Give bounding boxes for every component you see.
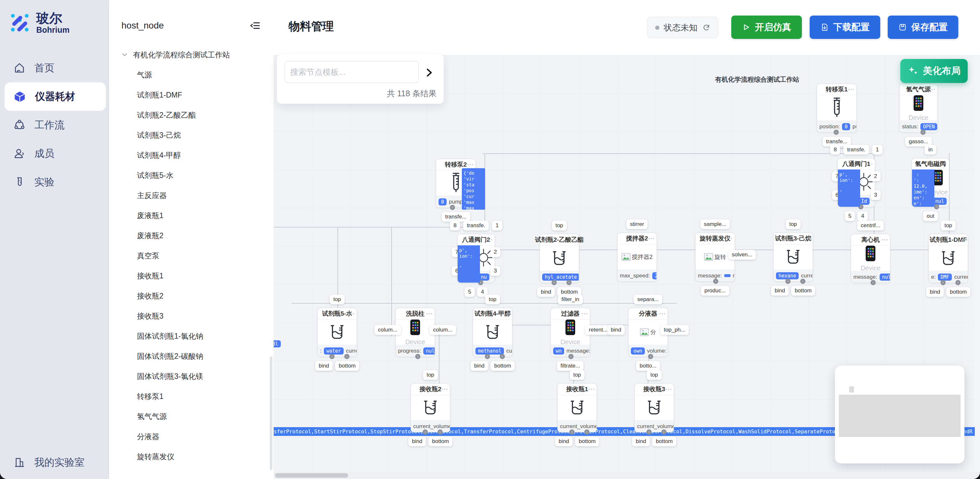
sidebar-item-instruments[interactable]: 仪器耗材	[5, 82, 106, 111]
tree-item[interactable]: 废液瓶2	[109, 225, 274, 246]
flow-node-centrifuge[interactable]: 离心机Devicemessage:nullma›centrif...	[851, 234, 890, 283]
connector-dot-icon[interactable]: ›	[584, 430, 589, 434]
node-menu-icon[interactable]	[805, 238, 810, 239]
node-menu-icon[interactable]	[941, 163, 947, 164]
port-chip[interactable]: transfe...	[441, 212, 470, 222]
connector-dot-icon[interactable]: ›	[920, 129, 926, 135]
port-chip[interactable]: colum...	[430, 325, 456, 335]
sidebar-item-experiment[interactable]: 实验	[0, 168, 109, 196]
port-chip[interactable]: top	[552, 221, 567, 230]
node-menu-icon[interactable]	[442, 389, 447, 390]
port-chip[interactable]: bind	[607, 325, 625, 335]
port-chip[interactable]: top	[570, 370, 585, 380]
flow-node-h2-gas-source[interactable]: 氢气气源Devicestatus:OPEN›gasso...	[899, 84, 937, 133]
port-chip[interactable]: bind	[771, 286, 789, 295]
connector-dot-icon[interactable]: ›	[955, 280, 961, 285]
flow-node-separator[interactable]: 分液器分ownvolume:250›separa...botto...bindt…	[628, 308, 668, 357]
connector-dot-icon[interactable]: ›	[800, 279, 805, 284]
port-chip[interactable]: out	[923, 211, 938, 221]
node-menu-icon[interactable]	[659, 313, 665, 315]
node-menu-icon[interactable]	[648, 238, 654, 239]
flow-node-reagent-bottle-2[interactable]: 试剂瓶2-乙酸乙酯hyl_acetatecurre››topbindbottom	[539, 234, 579, 283]
tree-item[interactable]: 废液瓶1	[109, 206, 274, 225]
port-chip[interactable]: 5	[465, 287, 475, 297]
flow-node-receiver-bottle-1[interactable]: 接收瓶1current_volume:0››topbindbottom	[557, 383, 597, 432]
search-submit-button[interactable]	[422, 65, 436, 80]
value-chip[interactable]: water	[324, 347, 344, 354]
connector-dot-icon[interactable]: ›	[568, 354, 574, 359]
minimap[interactable]	[835, 366, 964, 463]
flow-node-elution-column[interactable]: 洗脱柱Deviceprogress:nullcolu›colum...colum…	[395, 308, 435, 357]
tree-item[interactable]: 旋转蒸发仪	[109, 447, 274, 466]
tree-root-item[interactable]: 有机化学流程综合测试工作站	[109, 45, 274, 65]
node-menu-icon[interactable]	[348, 313, 354, 315]
flow-node-transfer-pump-1[interactable]: 转移泵1position:0pump›transfe...	[817, 84, 857, 133]
value-chip[interactable]: 0	[439, 198, 447, 206]
tree-item[interactable]: 接收瓶1	[109, 266, 274, 286]
port-chip[interactable]: top	[647, 370, 662, 380]
connector-dot-icon[interactable]: ›	[661, 430, 667, 434]
collapse-panel-icon[interactable]	[250, 20, 261, 31]
start-simulation-button[interactable]: 开启仿真	[731, 16, 802, 39]
port-chip[interactable]: top	[786, 219, 800, 229]
flow-node-rotavap[interactable]: 旋转蒸发仪旋转message:max_›sample...produc...so…	[695, 233, 735, 282]
port-chip[interactable]: 2	[490, 247, 500, 257]
flow-node-reagent-bottle-1[interactable]: 试剂瓶1-DMFe:DMFcurrent_vol››topbindbottom	[929, 234, 968, 283]
value-chip[interactable]: null	[880, 273, 890, 281]
sidebar-item-my-lab[interactable]: 我的实验室	[14, 456, 84, 469]
node-menu-icon[interactable]	[467, 164, 473, 165]
flow-canvas[interactable]: 有机化学流程综合测试工作站 sferProtocol,StartStirProt…	[274, 55, 980, 479]
value-chip[interactable]: own	[631, 347, 645, 354]
value-chip[interactable]: nul	[933, 198, 947, 205]
node-menu-icon[interactable]	[582, 313, 587, 315]
port-chip[interactable]: botto...	[636, 361, 660, 371]
connector-dot-icon[interactable]: ›	[566, 280, 572, 285]
connector-dot-icon[interactable]: ›	[934, 204, 939, 209]
port-chip[interactable]: transfe.	[463, 221, 489, 230]
port-chip[interactable]: top	[941, 221, 956, 230]
port-chip[interactable]: produc...	[701, 286, 729, 295]
tree-item[interactable]: 试剂瓶1-DMF	[109, 85, 274, 105]
port-chip[interactable]: transfe.	[844, 145, 869, 155]
value-chip[interactable]: methanol	[476, 347, 504, 354]
connector-dot-icon[interactable]: ›	[834, 129, 839, 135]
node-menu-icon[interactable]	[487, 239, 492, 241]
node-menu-icon[interactable]	[959, 239, 966, 241]
sidebar-item-home[interactable]: 首页	[0, 54, 109, 82]
value-chip[interactable]: null	[423, 347, 434, 354]
tree-item[interactable]: 转移泵1	[109, 386, 274, 406]
port-chip[interactable]: bottom	[791, 286, 815, 295]
value-chip[interactable]: 0	[842, 123, 850, 130]
tree-item[interactable]: 接收瓶3	[109, 306, 274, 326]
value-chip[interactable]: hexane	[776, 272, 799, 279]
flow-node-h2-solenoid-valve[interactable]: 氢气电磁阀Devicestatus:nul›inout : ': 12.0, i…	[912, 158, 949, 207]
horizontal-scrollbar[interactable]	[274, 472, 980, 479]
node-menu-icon[interactable]	[571, 239, 576, 241]
port-chip[interactable]: filtrate...	[557, 361, 584, 371]
port-chip[interactable]: bind	[315, 361, 332, 371]
port-chip[interactable]: bind	[632, 436, 650, 446]
connector-dot-icon[interactable]: ›	[552, 280, 557, 285]
port-chip[interactable]: bind	[555, 436, 573, 446]
connector-dot-icon[interactable]: ›	[940, 280, 946, 285]
flow-node-stirrer-2[interactable]: 搅拌器2搅拌器2max_speed:2000stirrer	[617, 233, 657, 282]
port-chip[interactable]: bind	[537, 287, 555, 297]
connector-dot-icon[interactable]: ›	[415, 354, 420, 359]
node-menu-icon[interactable]	[426, 313, 432, 315]
port-chip[interactable]: top_ph...	[660, 325, 689, 335]
flow-node-eight-way-valve-1[interactable]: 八通阀门1status:Id›8transfe.1547623p', ion':…	[837, 158, 875, 207]
tree-item[interactable]: 真空泵	[109, 246, 274, 266]
port-chip[interactable]: 3	[490, 266, 500, 276]
connector-dot-icon[interactable]: ›	[450, 205, 455, 210]
tree-item[interactable]: 固体试剂瓶1-氯化钠	[109, 326, 274, 346]
connector-dot-icon[interactable]: ›	[500, 354, 505, 359]
value-chip[interactable]: DMF	[938, 273, 952, 281]
tree-item[interactable]: 试剂瓶2-乙酸乙酯	[109, 105, 274, 125]
flow-node-receiver-bottle-2[interactable]: 接收瓶2current_volume:0››topbindbottom	[410, 383, 450, 432]
search-input[interactable]	[285, 61, 419, 83]
connector-dot-icon[interactable]: ›	[785, 279, 791, 284]
status-badge[interactable]: 状态未知	[647, 17, 718, 38]
connector-dot-icon[interactable]: ›	[713, 279, 718, 284]
port-chip[interactable]: sample...	[700, 219, 730, 229]
node-menu-icon[interactable]	[504, 313, 510, 315]
